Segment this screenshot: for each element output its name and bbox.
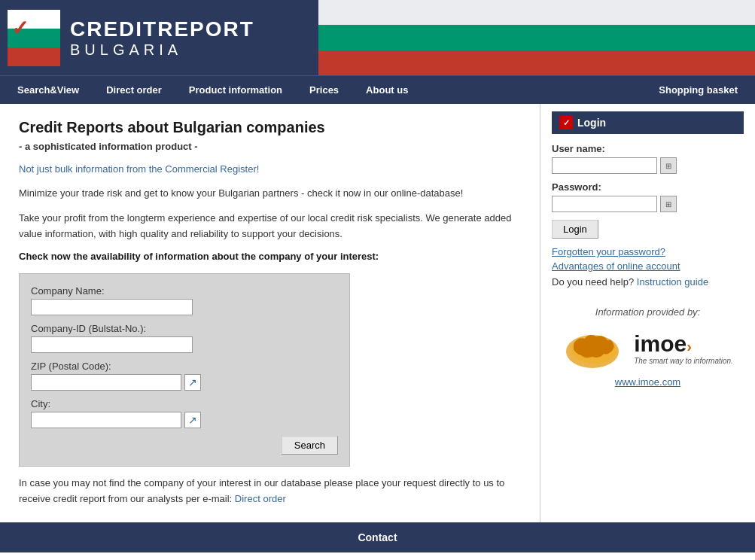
bottom-text: In case you may not find the company of … <box>19 476 521 507</box>
help-text: Do you need help? Instruction guide <box>552 276 744 288</box>
info-provider: Information provided by: imoe › The smar… <box>552 306 744 388</box>
city-group: City: ↗ <box>31 398 338 428</box>
imoe-logo: imoe › The smart way to information. <box>552 325 744 370</box>
imoe-text-block: imoe › The smart way to information. <box>634 331 733 365</box>
username-row: ⊞ <box>552 157 744 174</box>
company-name-input[interactable] <box>31 299 193 315</box>
city-search-button[interactable]: ↗ <box>184 412 201 428</box>
imoe-brand: imoe <box>634 331 687 357</box>
main-layout: Credit Reports about Bulgarian companies… <box>0 104 755 522</box>
footer: Contact <box>0 522 755 552</box>
provider-label: Information provided by: <box>552 306 744 318</box>
footer-contact[interactable]: Contact <box>358 531 397 543</box>
login-icon: ✓ <box>559 116 573 129</box>
header-flag <box>318 0 755 75</box>
page-title: Credit Reports about Bulgarian companies <box>19 119 521 136</box>
nav-bar: Search&View Direct order Product informa… <box>0 75 755 104</box>
login-box: ✓ Login User name: ⊞ Password: ⊞ Login F… <box>552 111 744 288</box>
imoe-arrow: › <box>687 338 692 355</box>
nav-about-us[interactable]: About us <box>352 78 422 102</box>
zip-input[interactable] <box>31 374 181 391</box>
nav-prices[interactable]: Prices <box>296 78 352 102</box>
header: ✓ CREDITREPORT BULGARIA <box>0 0 755 75</box>
password-icon: ⊞ <box>660 196 677 212</box>
shopping-basket[interactable]: Shopping basket <box>645 78 751 102</box>
brand-logo: CREDITREPORT BULGARIA <box>70 17 254 59</box>
password-label: Password: <box>552 181 744 193</box>
imoe-tagline: The smart way to information. <box>634 357 733 365</box>
advantages-link[interactable]: Advantages of online account <box>552 260 744 272</box>
highlight-text: Not just bulk information from the Comme… <box>19 163 521 175</box>
password-input[interactable] <box>552 196 657 212</box>
login-title: Login <box>577 117 606 129</box>
password-row: ⊞ <box>552 196 744 212</box>
username-label: User name: <box>552 143 744 154</box>
username-input[interactable] <box>552 157 657 174</box>
europe-map-icon <box>562 325 630 370</box>
para1: Minimize your trade risk and get to know… <box>19 186 521 202</box>
nav-search-view[interactable]: Search&View <box>4 78 93 102</box>
sidebar: ✓ Login User name: ⊞ Password: ⊞ Login F… <box>540 104 755 522</box>
search-button[interactable]: Search <box>282 436 338 455</box>
username-icon: ⊞ <box>660 157 677 174</box>
company-name-group: Company Name: <box>31 285 338 315</box>
instruction-link[interactable]: Instruction guide <box>637 276 708 288</box>
zip-search-button[interactable]: ↗ <box>184 374 201 391</box>
city-label: City: <box>31 398 338 409</box>
company-id-label: Company-ID (Bulstat-No.): <box>31 323 338 334</box>
imoe-url[interactable]: www.imoe.com <box>615 376 680 388</box>
nav-direct-order[interactable]: Direct order <box>93 78 175 102</box>
company-id-group: Company-ID (Bulstat-No.): <box>31 323 338 353</box>
search-form: Company Name: Company-ID (Bulstat-No.): … <box>19 273 350 467</box>
company-name-label: Company Name: <box>31 285 338 297</box>
subtitle: - a sophisticated information product - <box>19 141 521 152</box>
check-label: Check now the availability of informatio… <box>19 251 521 262</box>
forgot-password-link[interactable]: Forgotten your password? <box>552 246 744 257</box>
company-id-input[interactable] <box>31 336 193 353</box>
para2: Take your profit from the longterm exper… <box>19 211 521 242</box>
zip-label: ZIP (Postal Code): <box>31 361 338 372</box>
main-content: Credit Reports about Bulgarian companies… <box>0 104 540 522</box>
login-button[interactable]: Login <box>552 220 598 239</box>
nav-product-info[interactable]: Product information <box>175 78 296 102</box>
direct-order-link[interactable]: Direct order <box>235 493 286 504</box>
city-input[interactable] <box>31 412 181 428</box>
zip-group: ZIP (Postal Code): ↗ <box>31 361 338 391</box>
login-header: ✓ Login <box>552 111 744 134</box>
